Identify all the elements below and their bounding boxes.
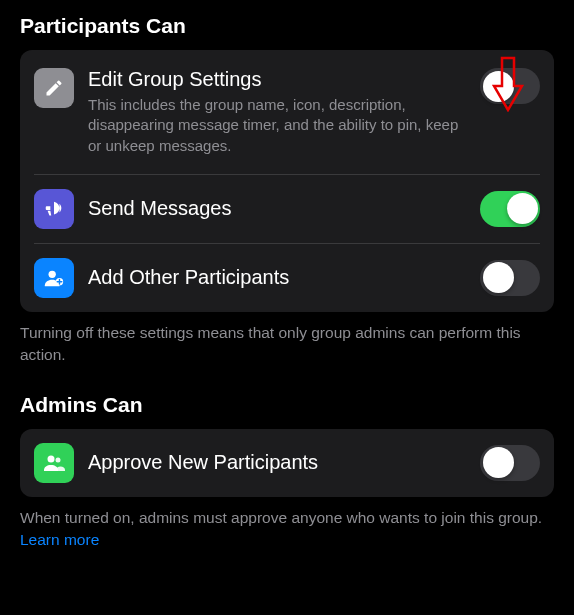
megaphone-icon <box>34 189 74 229</box>
admins-section-title: Admins Can <box>20 393 554 417</box>
edit-group-settings-row: Edit Group Settings This includes the gr… <box>34 50 540 175</box>
svg-point-0 <box>49 270 56 277</box>
send-messages-label: Send Messages <box>88 197 466 220</box>
send-messages-row: Send Messages <box>34 175 540 244</box>
person-add-icon <box>34 258 74 298</box>
add-participants-toggle[interactable] <box>480 260 540 296</box>
send-messages-content: Send Messages <box>88 197 466 220</box>
approve-participants-toggle[interactable] <box>480 445 540 481</box>
participants-section-title: Participants Can <box>20 14 554 38</box>
svg-point-3 <box>56 457 61 462</box>
edit-group-content: Edit Group Settings This includes the gr… <box>88 68 466 156</box>
approve-participants-row: Approve New Participants <box>34 429 540 497</box>
learn-more-link[interactable]: Learn more <box>20 531 99 548</box>
add-participants-label: Add Other Participants <box>88 266 466 289</box>
participants-card: Edit Group Settings This includes the gr… <box>20 50 554 312</box>
admins-footer-text: When turned on, admins must approve anyo… <box>20 509 542 526</box>
admins-footer: When turned on, admins must approve anyo… <box>20 507 554 552</box>
people-approve-icon <box>34 443 74 483</box>
approve-participants-label: Approve New Participants <box>88 451 466 474</box>
edit-group-toggle[interactable] <box>480 68 540 104</box>
pencil-icon <box>34 68 74 108</box>
participants-footer: Turning off these settings means that on… <box>20 322 554 367</box>
edit-group-description: This includes the group name, icon, desc… <box>88 95 466 156</box>
admins-card: Approve New Participants <box>20 429 554 497</box>
svg-point-2 <box>48 455 55 462</box>
edit-group-label: Edit Group Settings <box>88 68 466 91</box>
add-participants-content: Add Other Participants <box>88 266 466 289</box>
send-messages-toggle[interactable] <box>480 191 540 227</box>
approve-participants-content: Approve New Participants <box>88 451 466 474</box>
add-participants-row: Add Other Participants <box>34 244 540 312</box>
